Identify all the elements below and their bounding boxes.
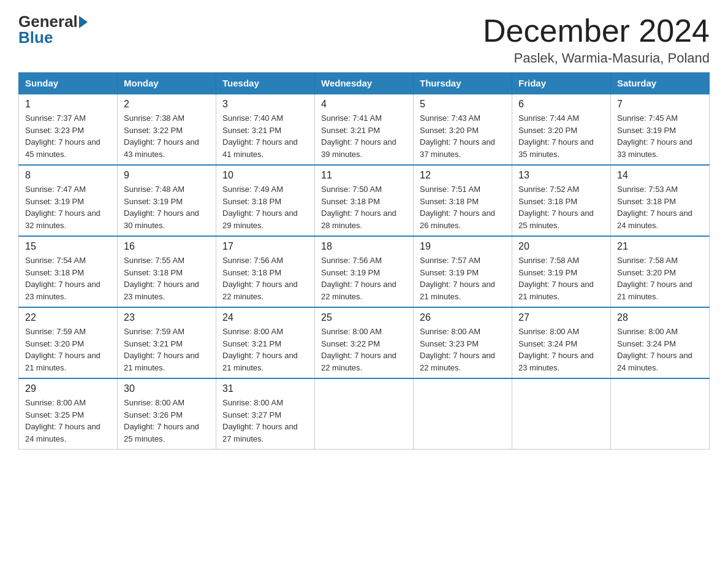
day-info: Sunrise: 8:00 AM Sunset: 3:23 PM Dayligh… (420, 326, 506, 373)
calendar-cell: 3 Sunrise: 7:40 AM Sunset: 3:21 PM Dayli… (216, 94, 315, 165)
week-row-1: 1 Sunrise: 7:37 AM Sunset: 3:23 PM Dayli… (19, 94, 710, 165)
calendar-cell: 10 Sunrise: 7:49 AM Sunset: 3:18 PM Dayl… (216, 165, 315, 236)
logo: General Blue (18, 12, 89, 47)
calendar-cell: 2 Sunrise: 7:38 AM Sunset: 3:22 PM Dayli… (118, 94, 216, 165)
day-number: 4 (321, 99, 407, 110)
calendar-cell: 1 Sunrise: 7:37 AM Sunset: 3:23 PM Dayli… (19, 94, 118, 165)
day-number: 21 (617, 241, 703, 252)
calendar-header-wednesday: Wednesday (315, 73, 414, 94)
day-info: Sunrise: 7:56 AM Sunset: 3:18 PM Dayligh… (222, 255, 308, 302)
calendar-cell (512, 378, 611, 450)
day-info: Sunrise: 8:00 AM Sunset: 3:24 PM Dayligh… (617, 326, 703, 373)
week-row-5: 29 Sunrise: 8:00 AM Sunset: 3:25 PM Dayl… (19, 378, 710, 450)
day-info: Sunrise: 7:45 AM Sunset: 3:19 PM Dayligh… (617, 112, 703, 160)
day-number: 28 (617, 312, 703, 323)
calendar-cell: 13 Sunrise: 7:52 AM Sunset: 3:18 PM Dayl… (512, 165, 611, 236)
calendar-cell: 23 Sunrise: 7:59 AM Sunset: 3:21 PM Dayl… (118, 307, 216, 378)
calendar-cell: 4 Sunrise: 7:41 AM Sunset: 3:21 PM Dayli… (315, 94, 414, 165)
calendar-header-friday: Friday (512, 73, 611, 94)
calendar-cell: 11 Sunrise: 7:50 AM Sunset: 3:18 PM Dayl… (315, 165, 414, 236)
day-number: 25 (321, 312, 407, 323)
calendar-cell (414, 378, 512, 450)
day-info: Sunrise: 7:59 AM Sunset: 3:20 PM Dayligh… (25, 326, 111, 373)
calendar-header-row: SundayMondayTuesdayWednesdayThursdayFrid… (19, 73, 710, 94)
day-info: Sunrise: 8:00 AM Sunset: 3:21 PM Dayligh… (222, 326, 308, 373)
day-info: Sunrise: 8:00 AM Sunset: 3:22 PM Dayligh… (321, 326, 407, 373)
day-number: 24 (222, 312, 308, 323)
day-number: 9 (124, 170, 210, 181)
calendar-cell: 26 Sunrise: 8:00 AM Sunset: 3:23 PM Dayl… (414, 307, 512, 378)
day-info: Sunrise: 8:00 AM Sunset: 3:25 PM Dayligh… (25, 397, 111, 445)
day-number: 29 (25, 383, 111, 394)
day-info: Sunrise: 7:54 AM Sunset: 3:18 PM Dayligh… (25, 255, 111, 302)
day-number: 14 (617, 170, 703, 181)
day-info: Sunrise: 7:48 AM Sunset: 3:19 PM Dayligh… (124, 183, 210, 231)
calendar-cell: 6 Sunrise: 7:44 AM Sunset: 3:20 PM Dayli… (512, 94, 611, 165)
day-info: Sunrise: 7:44 AM Sunset: 3:20 PM Dayligh… (518, 112, 604, 160)
logo-blue-text: Blue (18, 28, 53, 47)
day-number: 12 (420, 170, 506, 181)
calendar-cell: 17 Sunrise: 7:56 AM Sunset: 3:18 PM Dayl… (216, 236, 315, 307)
day-number: 20 (518, 241, 604, 252)
calendar-header-saturday: Saturday (611, 73, 710, 94)
day-info: Sunrise: 7:51 AM Sunset: 3:18 PM Dayligh… (420, 183, 506, 231)
calendar-cell: 27 Sunrise: 8:00 AM Sunset: 3:24 PM Dayl… (512, 307, 611, 378)
calendar-header-thursday: Thursday (414, 73, 512, 94)
day-number: 13 (518, 170, 604, 181)
day-number: 6 (518, 99, 604, 110)
calendar-cell: 24 Sunrise: 8:00 AM Sunset: 3:21 PM Dayl… (216, 307, 315, 378)
day-number: 19 (420, 241, 506, 252)
day-number: 17 (222, 241, 308, 252)
calendar-cell: 16 Sunrise: 7:55 AM Sunset: 3:18 PM Dayl… (118, 236, 216, 307)
day-number: 2 (124, 99, 210, 110)
calendar-header-tuesday: Tuesday (216, 73, 315, 94)
calendar-cell: 12 Sunrise: 7:51 AM Sunset: 3:18 PM Dayl… (414, 165, 512, 236)
day-info: Sunrise: 7:58 AM Sunset: 3:20 PM Dayligh… (617, 255, 703, 302)
day-number: 1 (25, 99, 111, 110)
day-info: Sunrise: 7:49 AM Sunset: 3:18 PM Dayligh… (222, 183, 308, 231)
day-info: Sunrise: 7:53 AM Sunset: 3:18 PM Dayligh… (617, 183, 703, 231)
day-number: 11 (321, 170, 407, 181)
day-number: 18 (321, 241, 407, 252)
day-number: 23 (124, 312, 210, 323)
day-info: Sunrise: 8:00 AM Sunset: 3:27 PM Dayligh… (222, 397, 308, 445)
week-row-2: 8 Sunrise: 7:47 AM Sunset: 3:19 PM Dayli… (19, 165, 710, 236)
day-number: 3 (222, 99, 308, 110)
calendar-cell: 9 Sunrise: 7:48 AM Sunset: 3:19 PM Dayli… (118, 165, 216, 236)
calendar-header-monday: Monday (118, 73, 216, 94)
day-info: Sunrise: 7:57 AM Sunset: 3:19 PM Dayligh… (420, 255, 506, 302)
day-info: Sunrise: 7:37 AM Sunset: 3:23 PM Dayligh… (25, 112, 111, 160)
day-number: 31 (222, 383, 308, 394)
week-row-4: 22 Sunrise: 7:59 AM Sunset: 3:20 PM Dayl… (19, 307, 710, 378)
day-info: Sunrise: 7:50 AM Sunset: 3:18 PM Dayligh… (321, 183, 407, 231)
calendar-cell: 21 Sunrise: 7:58 AM Sunset: 3:20 PM Dayl… (611, 236, 710, 307)
calendar-cell: 20 Sunrise: 7:58 AM Sunset: 3:19 PM Dayl… (512, 236, 611, 307)
day-info: Sunrise: 7:55 AM Sunset: 3:18 PM Dayligh… (124, 255, 210, 302)
day-info: Sunrise: 7:56 AM Sunset: 3:19 PM Dayligh… (321, 255, 407, 302)
day-info: Sunrise: 7:40 AM Sunset: 3:21 PM Dayligh… (222, 112, 308, 160)
day-number: 5 (420, 99, 506, 110)
calendar-cell: 5 Sunrise: 7:43 AM Sunset: 3:20 PM Dayli… (414, 94, 512, 165)
day-number: 15 (25, 241, 111, 252)
calendar-cell: 30 Sunrise: 8:00 AM Sunset: 3:26 PM Dayl… (118, 378, 216, 450)
calendar-cell: 29 Sunrise: 8:00 AM Sunset: 3:25 PM Dayl… (19, 378, 118, 450)
calendar-table: SundayMondayTuesdayWednesdayThursdayFrid… (18, 72, 710, 450)
day-info: Sunrise: 7:41 AM Sunset: 3:21 PM Dayligh… (321, 112, 407, 160)
logo-arrow-icon (79, 16, 88, 28)
calendar-cell: 14 Sunrise: 7:53 AM Sunset: 3:18 PM Dayl… (611, 165, 710, 236)
calendar-cell: 18 Sunrise: 7:56 AM Sunset: 3:19 PM Dayl… (315, 236, 414, 307)
calendar-cell: 8 Sunrise: 7:47 AM Sunset: 3:19 PM Dayli… (19, 165, 118, 236)
day-number: 30 (124, 383, 210, 394)
calendar-cell: 15 Sunrise: 7:54 AM Sunset: 3:18 PM Dayl… (19, 236, 118, 307)
title-area: December 2024 Paslek, Warmia-Masuria, Po… (483, 12, 710, 66)
calendar-cell (611, 378, 710, 450)
week-row-3: 15 Sunrise: 7:54 AM Sunset: 3:18 PM Dayl… (19, 236, 710, 307)
calendar-cell: 7 Sunrise: 7:45 AM Sunset: 3:19 PM Dayli… (611, 94, 710, 165)
day-number: 27 (518, 312, 604, 323)
calendar-cell: 25 Sunrise: 8:00 AM Sunset: 3:22 PM Dayl… (315, 307, 414, 378)
day-number: 22 (25, 312, 111, 323)
calendar-cell: 31 Sunrise: 8:00 AM Sunset: 3:27 PM Dayl… (216, 378, 315, 450)
calendar-cell: 22 Sunrise: 7:59 AM Sunset: 3:20 PM Dayl… (19, 307, 118, 378)
calendar-header-sunday: Sunday (19, 73, 118, 94)
day-info: Sunrise: 7:58 AM Sunset: 3:19 PM Dayligh… (518, 255, 604, 302)
